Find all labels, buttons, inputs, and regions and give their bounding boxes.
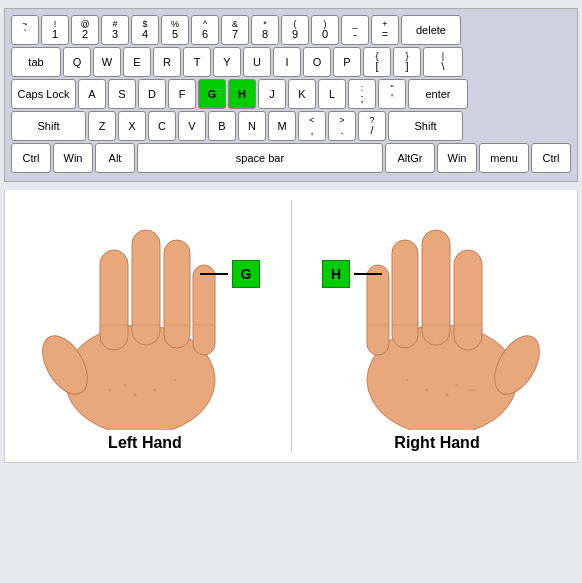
right-hand-container: H Right Hand — [297, 200, 577, 452]
key-4[interactable]: $4 — [131, 15, 159, 45]
key-j[interactable]: J — [258, 79, 286, 109]
svg-rect-18 — [422, 230, 450, 345]
svg-point-27 — [426, 389, 429, 392]
key-i[interactable]: I — [273, 47, 301, 77]
key-alt-left[interactable]: Alt — [95, 143, 135, 173]
key-8[interactable]: *8 — [251, 15, 279, 45]
key-ctrl-right[interactable]: Ctrl — [531, 143, 571, 173]
key-7[interactable]: &7 — [221, 15, 249, 45]
svg-point-11 — [134, 394, 137, 397]
key-e[interactable]: E — [123, 47, 151, 77]
svg-point-28 — [471, 389, 473, 391]
svg-rect-2 — [100, 250, 128, 350]
left-hand-label: Left Hand — [108, 434, 182, 452]
key-tab[interactable]: tab — [11, 47, 61, 77]
key-3[interactable]: #3 — [101, 15, 129, 45]
right-key-indicator: H — [322, 260, 382, 288]
hands-section: G Left Hand — [4, 190, 578, 463]
key-semicolon[interactable]: :; — [348, 79, 376, 109]
key-g[interactable]: G — [198, 79, 226, 109]
key-slash[interactable]: ?/ — [358, 111, 386, 141]
key-p[interactable]: P — [333, 47, 361, 77]
key-equals[interactable]: += — [371, 15, 399, 45]
key-n[interactable]: N — [238, 111, 266, 141]
kb-row-0: ~`!1@2#3$4%5^6&7*8(9)0_-+=delete — [11, 15, 571, 45]
key-win-right[interactable]: Win — [437, 143, 477, 173]
hand-divider — [291, 200, 292, 452]
key-win-left[interactable]: Win — [53, 143, 93, 173]
key-o[interactable]: O — [303, 47, 331, 77]
right-hand-svg — [317, 200, 557, 430]
key-1[interactable]: !1 — [41, 15, 69, 45]
key-u[interactable]: U — [243, 47, 271, 77]
left-hand-container: G Left Hand — [5, 200, 285, 452]
svg-rect-17 — [454, 250, 482, 350]
key-menu[interactable]: menu — [479, 143, 529, 173]
svg-point-26 — [446, 394, 449, 397]
key-5[interactable]: %5 — [161, 15, 189, 45]
key-f[interactable]: F — [168, 79, 196, 109]
key-enter[interactable]: enter — [408, 79, 468, 109]
kb-row-1: tabQWERTYUIOP{[}]|\ — [11, 47, 571, 77]
key-b[interactable]: B — [208, 111, 236, 141]
svg-rect-4 — [164, 240, 190, 348]
svg-rect-3 — [132, 230, 160, 345]
key-caps[interactable]: Caps Lock — [11, 79, 76, 109]
key-9[interactable]: (9 — [281, 15, 309, 45]
kb-row-2: Caps LockASDFGHJKL:;"'enter — [11, 79, 571, 109]
key-ctrl-left[interactable]: Ctrl — [11, 143, 51, 173]
key-quote[interactable]: "' — [378, 79, 406, 109]
left-hand-visual: G — [25, 200, 265, 430]
key-rbracket[interactable]: }] — [393, 47, 421, 77]
right-hand-visual: H — [317, 200, 557, 430]
key-r[interactable]: R — [153, 47, 181, 77]
key-q[interactable]: Q — [63, 47, 91, 77]
key-shift-left[interactable]: Shift — [11, 111, 86, 141]
key-2[interactable]: @2 — [71, 15, 99, 45]
key-y[interactable]: Y — [213, 47, 241, 77]
svg-point-25 — [456, 384, 459, 387]
key-w[interactable]: W — [93, 47, 121, 77]
right-key-box: H — [322, 260, 350, 288]
key-space[interactable]: space bar — [137, 143, 383, 173]
svg-rect-19 — [392, 240, 418, 348]
key-m[interactable]: M — [268, 111, 296, 141]
key-lbracket[interactable]: {[ — [363, 47, 391, 77]
key-shift-right[interactable]: Shift — [388, 111, 463, 141]
key-minus[interactable]: _- — [341, 15, 369, 45]
svg-point-29 — [406, 379, 408, 381]
left-key-indicator: G — [200, 260, 260, 288]
key-z[interactable]: Z — [88, 111, 116, 141]
key-a[interactable]: A — [78, 79, 106, 109]
keyboard: ~`!1@2#3$4%5^6&7*8(9)0_-+=deletetabQWERT… — [4, 8, 578, 182]
kb-row-4: CtrlWinAltspace barAltGrWinmenuCtrl — [11, 143, 571, 173]
left-key-box: G — [232, 260, 260, 288]
key-period[interactable]: >. — [328, 111, 356, 141]
kb-row-3: ShiftZXCVBNM<,>.?/Shift — [11, 111, 571, 141]
key-v[interactable]: V — [178, 111, 206, 141]
key-comma[interactable]: <, — [298, 111, 326, 141]
right-key-line — [354, 273, 382, 275]
svg-point-14 — [174, 379, 176, 381]
key-l[interactable]: L — [318, 79, 346, 109]
right-hand-label: Right Hand — [394, 434, 479, 452]
svg-point-12 — [154, 389, 157, 392]
key-s[interactable]: S — [108, 79, 136, 109]
key-c[interactable]: C — [148, 111, 176, 141]
key-0[interactable]: )0 — [311, 15, 339, 45]
key-delete[interactable]: delete — [401, 15, 461, 45]
key-backslash[interactable]: |\ — [423, 47, 463, 77]
key-k[interactable]: K — [288, 79, 316, 109]
key-h[interactable]: H — [228, 79, 256, 109]
left-hand-svg — [25, 200, 265, 430]
key-x[interactable]: X — [118, 111, 146, 141]
svg-point-10 — [124, 384, 127, 387]
left-key-line — [200, 273, 228, 275]
key-altgr[interactable]: AltGr — [385, 143, 435, 173]
key-tilde[interactable]: ~` — [11, 15, 39, 45]
key-d[interactable]: D — [138, 79, 166, 109]
key-t[interactable]: T — [183, 47, 211, 77]
key-6[interactable]: ^6 — [191, 15, 219, 45]
svg-point-13 — [109, 389, 111, 391]
